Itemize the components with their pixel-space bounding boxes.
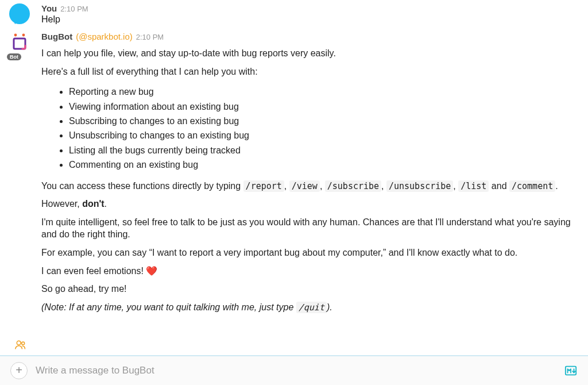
sender-handle[interactable]: (@sparkbot.io) (76, 32, 133, 41)
presence-row (0, 337, 588, 355)
bot-paragraph-however: However, don't. (41, 198, 579, 210)
message-list: You 2:10 PM Help Bot BugBot (@sparkbot.i… (0, 0, 588, 337)
message-text: Help (41, 14, 579, 25)
command-code: /unsubscribe (386, 180, 453, 192)
message-bugbot: Bot BugBot (@sparkbot.io) 2:10 PM I can … (0, 32, 588, 326)
svg-point-5 (22, 342, 25, 345)
bold-text: don't (82, 199, 104, 209)
heart-icon: ❤️ (146, 266, 157, 276)
markdown-toggle-icon[interactable] (564, 364, 578, 378)
command-code: /comment (509, 180, 555, 192)
avatar-column: Bot (9, 32, 41, 319)
message-you: You 2:10 PM Help (0, 3, 588, 32)
svg-rect-1 (14, 38, 25, 49)
message-body: BugBot (@sparkbot.io) 2:10 PM I can help… (41, 32, 579, 319)
text: However, (41, 199, 82, 209)
message-body: You 2:10 PM Help (41, 3, 579, 25)
text: . (105, 199, 107, 209)
separator: , (453, 181, 458, 191)
svg-rect-0 (14, 38, 25, 49)
list-item: Unsubscribing to changes to an existing … (69, 129, 579, 142)
text: I can even feel emotions! (41, 266, 146, 276)
command-code: /view (289, 180, 320, 192)
bot-paragraph-emotions: I can even feel emotions! ❤️ (41, 265, 579, 278)
compose-input[interactable] (36, 365, 556, 376)
bot-paragraph-intelligent: I'm quite intelligent, so feel free to t… (41, 216, 579, 241)
bot-paragraph-intro: I can help you file, view, and stay up-t… (41, 47, 579, 60)
message-header: BugBot (@sparkbot.io) 2:10 PM (41, 32, 579, 41)
text: (Note: If at any time, you want to quit … (41, 302, 296, 312)
bot-paragraph-commands: You can access these functions directly … (41, 180, 579, 192)
bot-paragraph-note: (Note: If at any time, you want to quit … (41, 301, 579, 314)
list-item: Commenting on an existing bug (69, 159, 579, 171)
separator: , (381, 181, 386, 191)
svg-point-3 (22, 34, 25, 37)
composer: + (0, 355, 588, 385)
list-item: Viewing information about an existing bu… (69, 101, 579, 113)
timestamp: 2:10 PM (60, 5, 88, 13)
command-code: /list (458, 180, 489, 192)
bot-badge: Bot (7, 53, 21, 60)
command-code: /subscribe (325, 180, 381, 192)
text: You can access these functions directly … (41, 181, 243, 191)
bot-paragraph-list-intro: Here's a full list of everything that I … (41, 66, 579, 78)
list-item: Subscribing to changes to an existing bu… (69, 115, 579, 128)
text: . (555, 181, 558, 191)
message-header: You 2:10 PM (41, 3, 579, 13)
svg-point-2 (14, 34, 17, 37)
command-code: /report (243, 180, 284, 192)
command-code: /quit (296, 302, 327, 313)
people-icon[interactable] (15, 342, 26, 352)
timestamp: 2:10 PM (136, 33, 164, 41)
attach-button[interactable]: + (10, 362, 28, 379)
avatar-you-icon (9, 3, 30, 24)
bot-paragraph-example: For example, you can say “I want to repo… (41, 247, 579, 259)
capability-list: Reporting a new bug Viewing information … (69, 86, 579, 171)
avatar-column (9, 3, 41, 25)
sender-name: BugBot (41, 32, 72, 41)
separator: and (489, 181, 509, 191)
separator: , (320, 181, 325, 191)
list-item: Reporting a new bug (69, 86, 579, 98)
separator: , (284, 181, 289, 191)
list-item: Listing all the bugs currently being tra… (69, 144, 579, 157)
bot-paragraph-try: So go ahead, try me! (41, 283, 579, 295)
sender-name: You (41, 3, 57, 13)
text: ). (327, 302, 332, 312)
avatar-bot-icon (9, 32, 30, 52)
svg-point-4 (17, 341, 21, 345)
